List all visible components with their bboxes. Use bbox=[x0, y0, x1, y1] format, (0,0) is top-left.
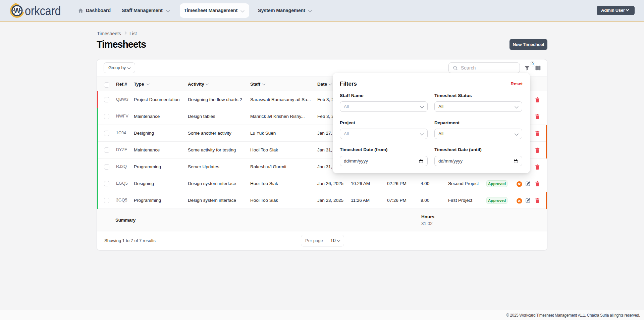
svg-text:w: w bbox=[13, 5, 20, 15]
